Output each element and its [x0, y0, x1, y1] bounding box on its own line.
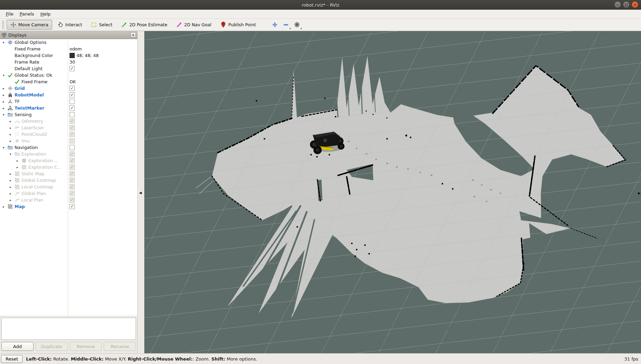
display-row-global-options[interactable]: ▾Global Options	[0, 39, 137, 46]
display-row-exploration-c[interactable]: ▸Exploration C...✓	[0, 164, 137, 170]
expand-icon[interactable]: ▸	[10, 198, 15, 202]
expand-icon[interactable]: ▸	[3, 87, 8, 90]
expand-icon[interactable]: ▸	[3, 100, 8, 103]
display-row-sensing[interactable]: ▾Sensing	[0, 111, 137, 118]
panel-close-button[interactable]: ✕	[130, 32, 136, 38]
close-button[interactable]: ✕	[632, 1, 638, 8]
menu-panels[interactable]: Panels	[17, 10, 37, 18]
view-zoom-in-button[interactable]	[270, 20, 280, 30]
property-value[interactable]	[70, 111, 75, 118]
property-value[interactable]: ✓	[70, 164, 75, 170]
display-row-navigation[interactable]: ▾Navigation	[0, 144, 137, 151]
tool-publish-point[interactable]: Publish Point	[217, 20, 260, 30]
enable-checkbox[interactable]	[70, 99, 75, 104]
display-row-background-color[interactable]: Background Color48; 48; 48	[0, 52, 137, 59]
collapse-icon[interactable]: ▾	[3, 113, 8, 116]
display-row-odometry[interactable]: ▸Odometry✓	[0, 118, 137, 124]
tool-select[interactable]: Select	[87, 20, 116, 30]
view-zoom-out-button[interactable]: ▾	[281, 20, 291, 30]
collapse-icon[interactable]: ▾	[10, 152, 15, 156]
expand-icon[interactable]: ▸	[10, 120, 15, 123]
property-value[interactable]: ✓	[70, 85, 75, 92]
display-row-robotmodel[interactable]: ▸RobotModel✓	[0, 92, 137, 98]
enable-checkbox[interactable]	[70, 112, 75, 117]
display-row-twistmarker[interactable]: ▸TwistMarker✓	[0, 105, 137, 111]
menu-file[interactable]: File	[3, 10, 17, 18]
dropdown-arrow-icon[interactable]: ▾	[290, 27, 291, 30]
viewport-3d[interactable]: ▶	[144, 31, 641, 353]
property-value[interactable]: 48; 48; 48	[70, 52, 99, 59]
enable-checkbox[interactable]: ✓	[70, 92, 75, 97]
display-row-laserscan[interactable]: ▸LaserScan✓	[0, 124, 137, 131]
expand-icon[interactable]: ▸	[3, 106, 8, 110]
property-value[interactable]: OK	[70, 78, 76, 85]
expand-icon[interactable]: ▸	[17, 166, 21, 169]
property-value[interactable]: ✓	[70, 65, 75, 72]
display-row-global-status-ok[interactable]: ▾Global Status: Ok	[0, 72, 137, 78]
expand-icon[interactable]: ▸	[10, 179, 15, 182]
maximize-button[interactable]	[623, 1, 630, 8]
display-row-frame-rate[interactable]: Frame Rate30	[0, 59, 137, 65]
property-value[interactable]: ✓	[70, 131, 75, 138]
property-value[interactable]: ✓	[70, 190, 75, 197]
property-value[interactable]: ✓	[70, 184, 75, 190]
expand-icon[interactable]: ▸	[3, 205, 8, 208]
expand-icon[interactable]: ▸	[10, 139, 15, 143]
enable-checkbox[interactable]: ✓	[70, 86, 75, 91]
display-row-imu[interactable]: ▸Imu	[0, 138, 137, 144]
display-row-exploration[interactable]: ▸Exploration ...✓	[0, 157, 137, 164]
display-row-exploration[interactable]: ▾Exploration✓	[0, 151, 137, 157]
enable-checkbox[interactable]	[70, 145, 75, 150]
collapse-icon[interactable]: ▾	[3, 41, 8, 44]
property-value[interactable]: ✓	[70, 124, 75, 131]
property-value[interactable]	[70, 144, 75, 151]
tool-move-camera[interactable]: Move Camera	[7, 20, 52, 30]
display-row-static-map[interactable]: ▸Static Map✓	[0, 170, 137, 177]
displays-panel-header[interactable]: Displays ✕	[0, 31, 137, 39]
collapse-left-icon[interactable]: ◀	[139, 191, 142, 195]
dropdown-arrow-icon[interactable]: ▾	[301, 27, 302, 30]
display-row-map[interactable]: ▸Map✓	[0, 203, 137, 210]
add-button[interactable]: Add	[1, 342, 34, 351]
display-row-tf[interactable]: ▸TF	[0, 98, 137, 105]
display-row-fixed-frame[interactable]: Fixed Frameodom	[0, 46, 137, 52]
expand-icon[interactable]: ▸	[3, 93, 8, 97]
display-row-default-light[interactable]: Default Light✓	[0, 65, 137, 72]
expand-icon[interactable]: ▸	[10, 192, 15, 195]
expand-icon[interactable]: ▸	[10, 185, 15, 189]
display-row-global-costmap[interactable]: ▸Global Costmap✓	[0, 177, 137, 184]
view-focus-camera-button[interactable]: ▾	[292, 20, 302, 30]
property-value[interactable]: ✓	[70, 203, 75, 210]
tool-2d-pose-estimate[interactable]: 2D Pose Estimate	[118, 20, 171, 30]
panel-splitter[interactable]: ◀	[138, 31, 144, 353]
menu-help[interactable]: Help	[37, 10, 54, 18]
display-row-pointcloud2[interactable]: ▸PointCloud2✓	[0, 131, 137, 138]
collapse-icon[interactable]: ▾	[3, 74, 8, 77]
property-value[interactable]: ✓	[70, 118, 75, 124]
property-value[interactable]: ✓	[70, 92, 75, 98]
toolbar-drag-handle[interactable]	[2, 20, 4, 29]
expand-icon[interactable]: ▸	[10, 126, 15, 130]
display-row-global-plan[interactable]: ▸Global Plan✓	[0, 190, 137, 197]
collapse-right-icon[interactable]: ▶	[638, 191, 641, 195]
property-value[interactable]: ✓	[70, 105, 75, 111]
property-value[interactable]: ✓	[70, 157, 75, 164]
expand-icon[interactable]: ▸	[10, 172, 15, 176]
property-value[interactable]: ✓	[70, 177, 75, 184]
expand-icon[interactable]: ▸	[17, 159, 21, 162]
reset-button[interactable]: Reset	[1, 355, 22, 363]
property-value[interactable]: odom	[70, 46, 82, 52]
property-value[interactable]: ✓	[70, 197, 75, 203]
display-row-local-costmap[interactable]: ▸Local Costmap✓	[0, 184, 137, 190]
property-value[interactable]: ✓	[70, 151, 75, 157]
minimize-button[interactable]: −	[614, 1, 621, 8]
property-value[interactable]: 30	[70, 59, 75, 65]
property-value[interactable]	[70, 98, 75, 105]
collapse-icon[interactable]: ▾	[3, 146, 8, 149]
property-value[interactable]: ✓	[70, 170, 75, 177]
expand-icon[interactable]: ▸	[10, 133, 15, 136]
display-row-local-plan[interactable]: ▸Local Plan✓	[0, 197, 137, 203]
enable-checkbox[interactable]: ✓	[70, 66, 75, 71]
enable-checkbox[interactable]: ✓	[70, 204, 75, 209]
property-value[interactable]	[70, 138, 75, 144]
